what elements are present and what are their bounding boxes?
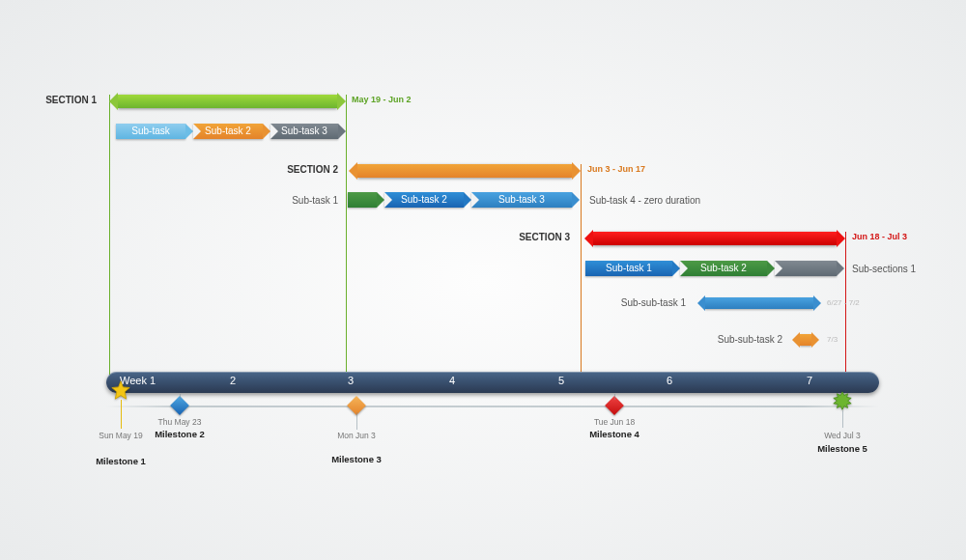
s3-task3-tail[interactable] [775,261,837,276]
milestone4-tick [614,394,615,400]
milestone4-label: Milestone 4 [576,429,653,439]
milestone3-tick [356,412,357,430]
week-5: 5 [558,375,564,386]
section1-bar[interactable] [118,95,337,108]
milestone2-label: Milestone 2 [141,429,218,439]
sub-sub-task2-dates: 7/3 [827,335,838,344]
star-icon [110,379,131,401]
timeline-bar: Week 1 2 3 4 5 6 7 [106,372,879,393]
section3-label: SECTION 3 [493,232,570,242]
axis-line [106,406,879,407]
section1-end-line [346,95,347,378]
week-4: 4 [449,375,455,386]
week-6: 6 [667,375,672,386]
milestone1-tick [121,400,122,429]
gantt-chart: SECTION 1 May 19 - Jun 2 Sub-task Sub-ta… [0,0,966,560]
week-3: 3 [348,375,354,386]
s2-task4-label: Sub-task 4 - zero duration [589,195,700,206]
sub-sub-task1-dates: 6/27 - 7/2 [827,298,860,307]
milestone5-tick [842,410,843,428]
section2-label: SECTION 2 [261,164,338,175]
milestone5-date: Wed Jul 3 [813,431,871,440]
s3-task3-label: Sub-sections 1 [852,264,916,274]
s3-task1[interactable]: Sub-task 1 [585,261,672,276]
section2-bar[interactable] [357,164,572,178]
sub-sub-task2-label: Sub-sub-task 2 [696,334,782,345]
s1-task3[interactable]: Sub-task 3 [270,124,338,139]
burst-icon [832,391,853,412]
week-2: 2 [230,375,236,386]
milestone1-label: Milestone 1 [82,456,159,466]
milestone2-tick [180,394,181,400]
s1-task1[interactable]: Sub-task [116,124,185,139]
section2-dates: Jun 3 - Jun 17 [587,164,645,174]
sub-sub-task2-bar[interactable] [800,334,811,346]
section3-bar[interactable] [593,232,837,245]
section3-dates: Jun 18 - Jul 3 [852,232,907,241]
section1-dates: May 19 - Jun 2 [352,95,412,104]
sub-sub-task1-label: Sub-sub-task 1 [599,297,686,308]
s1-task2[interactable]: Sub-task 2 [193,124,263,139]
s2-task2[interactable]: Sub-task 2 [384,192,464,208]
milestone4-date: Tue Jun 18 [585,417,643,427]
milestone3-date: Mon Jun 3 [327,431,385,440]
sub-sub-task1-bar[interactable] [705,297,813,309]
section2-end-line [581,164,582,378]
milestone3-label: Milestone 3 [318,454,395,464]
section1-start-line [109,95,110,378]
s2-task3[interactable]: Sub-task 3 [471,192,572,208]
milestone5-label: Milestone 5 [804,443,881,454]
s2-task1[interactable] [348,192,377,208]
week-7: 7 [807,375,812,386]
s3-task2[interactable]: Sub-task 2 [680,261,767,276]
s2-task1-label: Sub-task 1 [280,195,338,206]
section1-label: SECTION 1 [19,95,97,105]
milestone2-date: Thu May 23 [151,417,209,427]
